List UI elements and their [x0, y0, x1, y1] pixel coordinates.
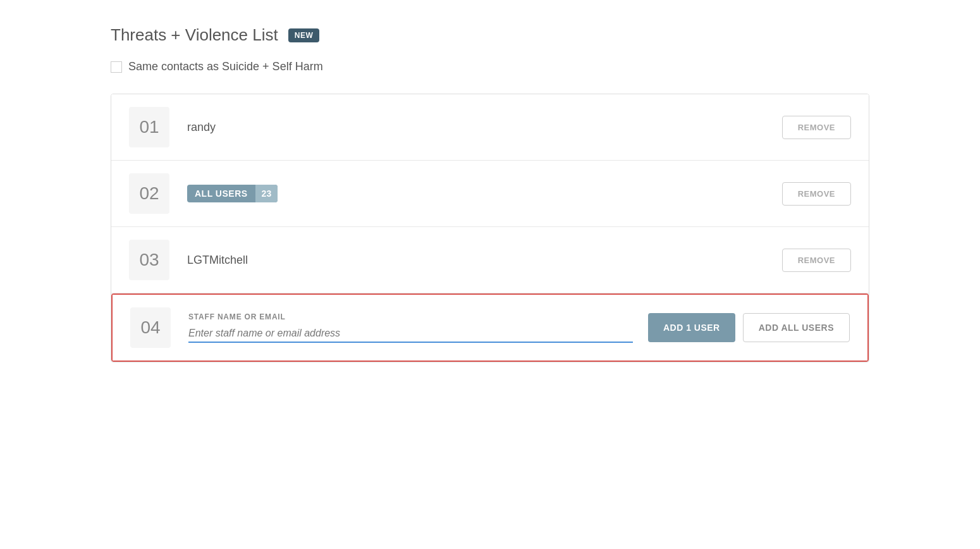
checkbox-row: Same contacts as Suicide + Self Harm — [111, 60, 869, 73]
page-title: Threats + Violence List — [111, 25, 278, 45]
page-header: Threats + Violence List NEW — [111, 25, 869, 45]
remove-button-01[interactable]: REMOVE — [782, 116, 851, 139]
new-badge: NEW — [288, 28, 320, 42]
row-number-01: 01 — [129, 107, 169, 147]
add-buttons: ADD 1 USER ADD ALL USERS — [648, 313, 850, 342]
add-row-inner: 04 STAFF NAME OR EMAIL ADD 1 USER ADD AL… — [113, 295, 867, 361]
add-all-users-button[interactable]: ADD ALL USERS — [743, 313, 850, 342]
same-contacts-label: Same contacts as Suicide + Self Harm — [128, 60, 323, 73]
add-row: 04 STAFF NAME OR EMAIL ADD 1 USER ADD AL… — [111, 293, 869, 362]
main-container: Threats + Violence List NEW Same contact… — [111, 25, 869, 362]
row-content-03: LGTMitchell — [187, 254, 782, 267]
row-content-01: randy — [187, 121, 782, 134]
same-contacts-checkbox[interactable] — [111, 61, 122, 73]
row-number-03: 03 — [129, 240, 169, 280]
all-users-badge: ALL USERS 23 — [187, 185, 278, 202]
row-number-04: 04 — [130, 307, 171, 348]
table-row: 01 randy REMOVE — [111, 94, 869, 161]
all-users-label: ALL USERS — [187, 185, 255, 202]
table-row: 03 LGTMitchell REMOVE — [111, 227, 869, 293]
staff-input-section: STAFF NAME OR EMAIL — [188, 312, 633, 343]
staff-name-input[interactable] — [188, 325, 633, 343]
user-name-01: randy — [187, 121, 216, 133]
all-users-count: 23 — [255, 185, 278, 202]
table-row: 02 ALL USERS 23 REMOVE — [111, 161, 869, 227]
row-content-02: ALL USERS 23 — [187, 185, 782, 202]
remove-button-02[interactable]: REMOVE — [782, 182, 851, 206]
remove-button-03[interactable]: REMOVE — [782, 249, 851, 272]
contacts-table: 01 randy REMOVE 02 ALL USERS 23 REMOVE 0… — [111, 94, 869, 362]
user-name-03: LGTMitchell — [187, 254, 248, 266]
add-user-button[interactable]: ADD 1 USER — [648, 313, 735, 342]
row-number-02: 02 — [129, 173, 169, 214]
staff-input-label: STAFF NAME OR EMAIL — [188, 312, 633, 321]
